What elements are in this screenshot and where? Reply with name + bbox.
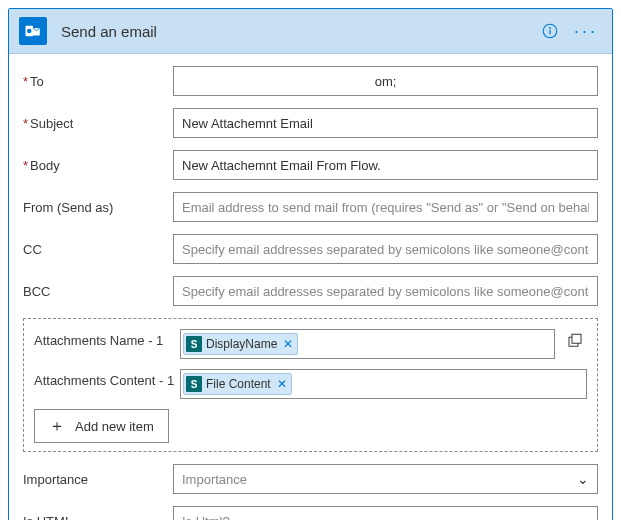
svg-point-3	[549, 27, 551, 29]
ishtml-label: Is HTML	[23, 514, 173, 521]
cc-input[interactable]	[173, 234, 598, 264]
outlook-icon	[19, 17, 47, 45]
add-item-label: Add new item	[75, 419, 154, 434]
card-body: To Subject Body From (Send as) CC BCC At…	[9, 54, 612, 520]
to-input[interactable]	[173, 66, 598, 96]
token-label: DisplayName	[206, 337, 277, 351]
filecontent-token[interactable]: S File Content ✕	[183, 373, 292, 395]
card-header[interactable]: Send an email ···	[9, 9, 612, 54]
attachment-content-input[interactable]: S File Content ✕	[180, 369, 587, 399]
info-icon[interactable]	[540, 21, 560, 41]
chevron-down-icon: ⌄	[577, 471, 589, 487]
cc-label: CC	[23, 242, 173, 257]
ishtml-select[interactable]: Is Html? ⌄	[173, 506, 598, 520]
displayname-token[interactable]: S DisplayName ✕	[183, 333, 298, 355]
from-label: From (Send as)	[23, 200, 173, 215]
svg-rect-6	[572, 334, 581, 343]
attachment-name-label: Attachments Name - 1	[34, 329, 180, 350]
action-card: Send an email ··· To Subject Body From (…	[8, 8, 613, 520]
body-label: Body	[23, 158, 173, 173]
importance-placeholder: Importance	[182, 472, 247, 487]
add-new-item-button[interactable]: ＋ Add new item	[34, 409, 169, 443]
remove-token-icon[interactable]: ✕	[277, 377, 287, 391]
attachments-group: Attachments Name - 1 S DisplayName ✕	[23, 318, 598, 452]
token-label: File Content	[206, 377, 271, 391]
card-title: Send an email	[61, 23, 540, 40]
bcc-input[interactable]	[173, 276, 598, 306]
chevron-down-icon: ⌄	[577, 513, 589, 520]
to-label: To	[23, 74, 173, 89]
svg-rect-4	[549, 30, 550, 35]
sharepoint-icon: S	[186, 376, 202, 392]
body-input[interactable]	[173, 150, 598, 180]
from-input[interactable]	[173, 192, 598, 222]
importance-select[interactable]: Importance ⌄	[173, 464, 598, 494]
remove-token-icon[interactable]: ✕	[283, 337, 293, 351]
attachment-content-label: Attachments Content - 1	[34, 369, 180, 390]
more-menu-icon[interactable]: ···	[570, 21, 602, 42]
svg-point-1	[27, 29, 32, 34]
attachment-name-input[interactable]: S DisplayName ✕	[180, 329, 555, 359]
ishtml-placeholder: Is Html?	[182, 514, 230, 521]
bcc-label: BCC	[23, 284, 173, 299]
sharepoint-icon: S	[186, 336, 202, 352]
subject-input[interactable]	[173, 108, 598, 138]
plus-icon: ＋	[49, 416, 65, 437]
switch-mode-icon[interactable]	[563, 329, 587, 353]
importance-label: Importance	[23, 472, 173, 487]
subject-label: Subject	[23, 116, 173, 131]
